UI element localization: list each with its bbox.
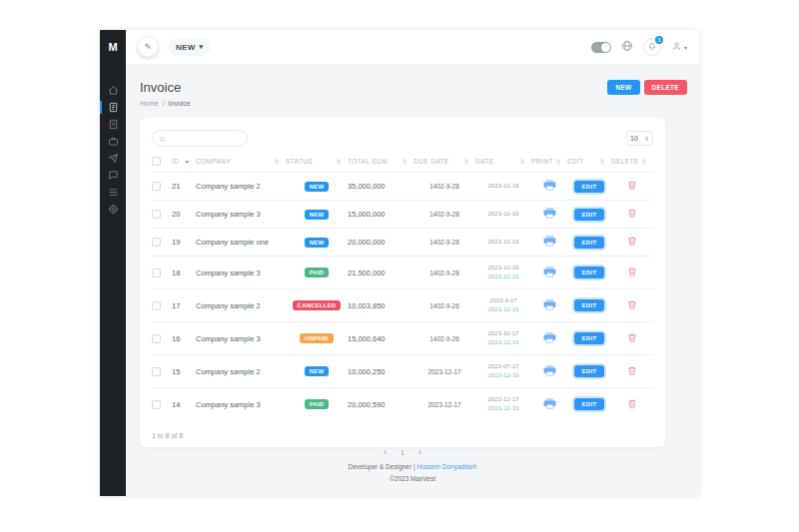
- search-input[interactable]: [171, 135, 241, 142]
- delete-row-button[interactable]: [611, 325, 653, 352]
- delete-row-button[interactable]: [611, 391, 653, 418]
- next-page-button[interactable]: ›: [418, 447, 421, 457]
- table-row: 19 Company sample one NEW 20,000,000 140…: [152, 228, 653, 256]
- delete-row-button[interactable]: [611, 292, 653, 319]
- edit-button[interactable]: EDIT: [574, 181, 605, 193]
- sidebar-item-documents[interactable]: [100, 116, 126, 133]
- footer-author-link[interactable]: Hossein Donyadideh: [416, 463, 476, 470]
- edit-button[interactable]: EDIT: [574, 332, 605, 344]
- row-checkbox[interactable]: [152, 268, 161, 277]
- sort-icon: ⇅: [520, 158, 525, 165]
- breadcrumb-home[interactable]: Home: [140, 100, 159, 107]
- invoice-date-primary: 2023-12-19: [475, 182, 531, 191]
- print-button[interactable]: [531, 358, 567, 385]
- table-row: 21 Company sample 2 NEW 35,000,000 1402-…: [152, 172, 653, 200]
- delete-row-button[interactable]: [611, 201, 653, 228]
- column-header-date[interactable]: DATE⇅: [475, 158, 531, 165]
- theme-toggle[interactable]: [591, 42, 611, 53]
- invoice-icon: [108, 99, 119, 117]
- print-button[interactable]: [531, 229, 567, 256]
- row-checkbox[interactable]: [152, 367, 161, 376]
- edit-button[interactable]: EDIT: [574, 365, 605, 377]
- trash-icon: [627, 365, 637, 378]
- invoice-date-primary: 2023-9-17: [475, 296, 531, 305]
- edit-button[interactable]: EDIT: [574, 398, 605, 410]
- current-page: 1: [400, 449, 404, 456]
- table-row: 20 Company sample 3 NEW 15,000,000 1402-…: [152, 200, 653, 228]
- new-dropdown[interactable]: NEW ▾: [168, 38, 211, 56]
- row-checkbox[interactable]: [152, 400, 161, 409]
- sidebar-item-products[interactable]: [100, 133, 126, 150]
- table-search[interactable]: [152, 130, 248, 147]
- column-header-status[interactable]: STATUS⇅: [286, 158, 348, 165]
- delete-row-button[interactable]: [611, 173, 653, 200]
- print-button[interactable]: [531, 292, 567, 319]
- edit-button[interactable]: EDIT: [574, 209, 605, 221]
- company-name: Company sample 3: [196, 393, 286, 416]
- column-header-due-date[interactable]: DUE DATE⇅: [413, 158, 475, 165]
- column-header-delete[interactable]: DELETE⇅: [611, 158, 653, 165]
- printer-icon: [543, 365, 556, 378]
- print-button[interactable]: [531, 201, 567, 228]
- print-button[interactable]: [531, 325, 567, 352]
- pencil-icon: ✎: [144, 42, 152, 52]
- column-header-total-sum[interactable]: TOTAL SUM⇅: [348, 158, 413, 165]
- page-size-select[interactable]: 10 ⇕: [626, 131, 653, 146]
- invoice-id: 16: [172, 327, 196, 350]
- column-header-company[interactable]: COMPANY⇅: [196, 158, 286, 165]
- sidebar-item-settings[interactable]: [100, 201, 126, 218]
- sidebar-item-home[interactable]: [100, 82, 126, 99]
- trash-icon: [627, 398, 637, 411]
- delete-row-button[interactable]: [611, 358, 653, 385]
- column-header-edit[interactable]: EDIT⇅: [567, 158, 611, 165]
- sort-icon: ⇅: [642, 158, 647, 165]
- breadcrumb: Home / Invoice: [140, 100, 191, 107]
- footer: Developer & Designer | Hossein Donyadide…: [126, 461, 699, 485]
- column-header-id[interactable]: ID▼: [172, 158, 196, 165]
- invoice-date-secondary: 2023-12-19: [475, 338, 531, 347]
- company-name: Company sample 3: [196, 327, 286, 350]
- due-date: 1402-9-26: [413, 295, 475, 316]
- print-button[interactable]: [531, 173, 567, 200]
- user-menu[interactable]: ▾: [671, 38, 687, 56]
- edit-button[interactable]: EDIT: [574, 237, 605, 249]
- table-body: 21 Company sample 2 NEW 35,000,000 1402-…: [152, 172, 653, 420]
- row-checkbox[interactable]: [152, 182, 161, 191]
- sort-icon: ⇅: [402, 158, 407, 165]
- document-icon: [108, 116, 119, 134]
- sidebar-item-list[interactable]: [100, 184, 126, 201]
- due-date: 2023-12-17: [413, 394, 475, 415]
- print-button[interactable]: [531, 391, 567, 418]
- invoice-id: 14: [172, 393, 196, 416]
- row-checkbox[interactable]: [152, 334, 161, 343]
- printer-icon: [543, 299, 556, 312]
- edit-button[interactable]: EDIT: [574, 299, 605, 311]
- toggle-knob: [601, 43, 610, 52]
- table-row: 17 Company sample 2 CANCELLED 10,003,850…: [152, 288, 653, 321]
- compose-button[interactable]: ✎: [138, 37, 158, 57]
- notifications-button[interactable]: 3: [643, 38, 661, 56]
- printer-icon: [543, 266, 556, 279]
- edit-button[interactable]: EDIT: [574, 266, 605, 278]
- select-all-checkbox[interactable]: [152, 157, 161, 166]
- delete-row-button[interactable]: [611, 229, 653, 256]
- row-checkbox[interactable]: [152, 210, 161, 219]
- chevron-down-icon: ▾: [684, 44, 687, 51]
- prev-page-button[interactable]: ‹: [384, 447, 387, 457]
- delete-invoice-button[interactable]: DELETE: [644, 80, 687, 95]
- invoice-date-primary: 2023-12-19: [475, 264, 531, 272]
- print-button[interactable]: [531, 260, 567, 286]
- sort-icon: ⇅: [600, 158, 605, 165]
- total-sum: 15,000,000: [348, 203, 413, 226]
- invoice-date-primary: 2023-07-17: [475, 362, 531, 371]
- new-invoice-button[interactable]: NEW: [607, 80, 639, 95]
- row-checkbox[interactable]: [152, 301, 161, 310]
- sidebar-item-invoice[interactable]: [100, 99, 126, 116]
- invoice-date-secondary: 2023-12-19: [475, 371, 531, 380]
- delete-row-button[interactable]: [611, 260, 653, 286]
- column-header-print[interactable]: PRINT⇅: [531, 158, 567, 165]
- sidebar-item-send[interactable]: [100, 150, 126, 167]
- sidebar-item-messages[interactable]: [100, 167, 126, 184]
- row-checkbox[interactable]: [152, 238, 161, 247]
- language-button[interactable]: [621, 38, 633, 56]
